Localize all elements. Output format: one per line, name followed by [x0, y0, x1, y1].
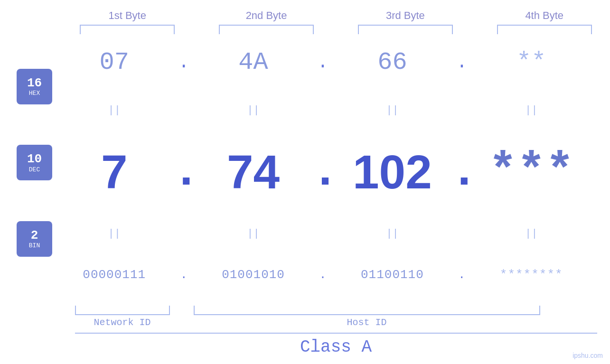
hex-b1: 07: [67, 48, 162, 76]
eq2-b1: ||: [67, 228, 162, 240]
main-container: 1st Byte 2nd Byte 3rd Byte 4th Byte 16 H…: [0, 0, 610, 364]
eq1-b2: ||: [206, 104, 301, 116]
dec-badge: 10 DEC: [17, 145, 52, 180]
bin-b3: 01100110: [345, 268, 440, 282]
eq2-b2: ||: [206, 228, 301, 240]
hex-b2: 4A: [206, 48, 301, 76]
host-bracket: [194, 306, 540, 315]
host-id-label: Host ID: [194, 317, 540, 328]
byte-headers: 1st Byte 2nd Byte 3rd Byte 4th Byte: [75, 9, 597, 22]
class-label: Class A: [300, 337, 372, 357]
bracket-b3: [358, 25, 453, 34]
dec-sep3: .: [450, 145, 474, 199]
bin-sep2: .: [311, 269, 335, 281]
bin-row: 00000111 . 01001010 . 01100110 .: [62, 268, 584, 282]
dec-b3: 102: [345, 145, 440, 199]
bin-badge-label: BIN: [29, 242, 40, 249]
main-content: 16 HEX 10 DEC 2 BIN 07 . 4A: [0, 34, 610, 334]
bin-b1: 00000111: [67, 268, 162, 282]
eq2-b4: ||: [484, 228, 579, 240]
eq1-b4: ||: [484, 104, 579, 116]
bin-sep1: .: [172, 269, 196, 281]
class-section: Class A: [75, 333, 597, 364]
values-area: 07 . 4A . 66 . ** || ||: [62, 34, 610, 334]
dec-b1: 7: [67, 145, 162, 199]
hex-badge-num: 16: [27, 76, 42, 90]
bracket-b1: [80, 25, 175, 34]
hex-badge-label: HEX: [29, 90, 40, 97]
dec-sep2: .: [311, 145, 335, 199]
hex-sep3: .: [450, 52, 474, 73]
watermark: ipshu.com: [572, 352, 603, 359]
byte2-label: 2nd Byte: [219, 9, 314, 22]
bin-badge: 2 BIN: [17, 221, 52, 257]
byte3-label: 3rd Byte: [358, 9, 453, 22]
byte1-label: 1st Byte: [80, 9, 175, 22]
hex-badge: 16 HEX: [17, 69, 52, 104]
byte4-label: 4th Byte: [497, 9, 592, 22]
dec-b4: ***: [484, 145, 579, 199]
hex-row: 07 . 4A . 66 . **: [62, 48, 584, 76]
equals-row-1: || || || ||: [62, 104, 584, 116]
hex-sep1: .: [172, 52, 196, 73]
hex-b3: 66: [345, 48, 440, 76]
network-id-label: Network ID: [75, 317, 170, 328]
dec-badge-label: DEC: [29, 166, 40, 173]
dec-row: 7 . 74 . 102 . ***: [62, 145, 584, 199]
top-brackets: [75, 25, 597, 34]
eq1-b3: ||: [345, 104, 440, 116]
dec-b2: 74: [206, 145, 301, 199]
bottom-brackets: [75, 306, 597, 315]
equals-row-2: || || || ||: [62, 228, 584, 240]
badges-column: 16 HEX 10 DEC 2 BIN: [0, 34, 62, 334]
dec-badge-num: 10: [27, 152, 42, 166]
bracket-b4: [497, 25, 592, 34]
bin-b2: 01001010: [206, 268, 301, 282]
eq2-b3: ||: [345, 228, 440, 240]
hex-sep2: .: [311, 52, 335, 73]
network-bracket: [75, 306, 170, 315]
eq1-b1: ||: [67, 104, 162, 116]
dec-sep1: .: [172, 145, 196, 199]
bin-b4: ********: [484, 268, 579, 282]
hex-b4: **: [484, 48, 579, 76]
bin-badge-num: 2: [31, 229, 38, 243]
bin-sep3: .: [450, 269, 474, 281]
bracket-b2: [219, 25, 314, 34]
id-labels: Network ID Host ID: [75, 317, 597, 328]
